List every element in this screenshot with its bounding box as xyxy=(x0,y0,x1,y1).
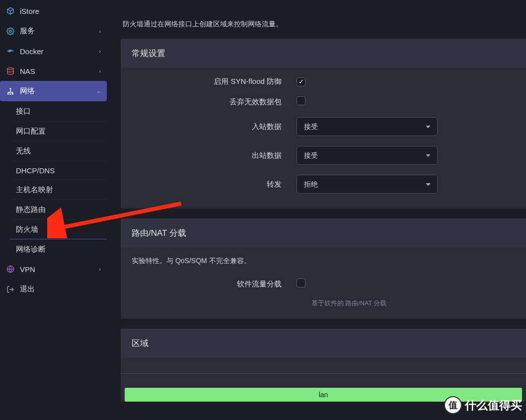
select-forward[interactable]: 拒绝 xyxy=(297,175,438,194)
checkbox-sw-offload[interactable] xyxy=(297,279,305,287)
panel-general: 常规设置 启用 SYN-flood 防御 丢弃无效数据包 入站数据 接受 出站数… xyxy=(121,39,526,209)
main-content: 防火墙通过在网络接口上创建区域来控制网络流量。 常规设置 启用 SYN-floo… xyxy=(107,0,526,420)
subitem-diagnostics[interactable]: 网络诊断 xyxy=(10,239,107,259)
subitem-port-config[interactable]: 网口配置 xyxy=(10,121,107,141)
subitem-firewall[interactable]: 防火墙 xyxy=(10,219,107,239)
panel-header-general: 常规设置 xyxy=(121,39,526,68)
label-sw-offload: 软件流量分载 xyxy=(132,280,297,289)
sitemap-icon xyxy=(6,87,15,96)
gear-icon xyxy=(6,27,15,36)
sidebar: iStore 服务 › Docker › NAS › 网络 ⌄ 接口 网口配置 … xyxy=(0,0,107,420)
subitem-hostnames[interactable]: 主机名映射 xyxy=(10,180,107,200)
network-submenu: 接口 网口配置 无线 DHCP/DNS 主机名映射 静态路由 防火墙 网络诊断 xyxy=(0,101,107,259)
select-output[interactable]: 接受 xyxy=(297,146,438,165)
database-icon xyxy=(6,67,15,75)
sidebar-item-network[interactable]: 网络 ⌄ xyxy=(0,81,107,101)
checkbox-drop-invalid[interactable] xyxy=(297,96,305,105)
select-input[interactable]: 接受 xyxy=(297,117,438,136)
label-input: 入站数据 xyxy=(132,122,297,132)
sidebar-item-logout[interactable]: 退出 xyxy=(0,279,107,299)
sidebar-item-istore[interactable]: iStore xyxy=(0,1,107,21)
chevron-right-icon: › xyxy=(99,68,101,74)
sidebar-item-label: 服务 xyxy=(20,26,35,36)
nat-note: 实验特性。与 QoS/SQM 不完全兼容。 xyxy=(132,257,517,279)
chevron-right-icon: › xyxy=(99,48,101,54)
svg-rect-5 xyxy=(12,93,13,95)
sidebar-item-label: Docker xyxy=(20,47,44,56)
panel-header-zones: 区域 xyxy=(121,329,526,358)
sidebar-item-label: 网络 xyxy=(20,86,35,96)
svg-rect-3 xyxy=(7,93,9,95)
chevron-down-icon: ⌄ xyxy=(96,88,101,94)
sidebar-item-label: NAS xyxy=(20,67,35,75)
subitem-static-routes[interactable]: 静态路由 xyxy=(10,200,107,219)
globe-icon xyxy=(6,265,15,274)
svg-point-1 xyxy=(7,68,13,70)
sidebar-item-label: 退出 xyxy=(20,284,35,294)
sidebar-item-nas[interactable]: NAS › xyxy=(0,61,107,81)
panel-header-nat: 路由/NAT 分载 xyxy=(121,218,526,248)
svg-point-0 xyxy=(9,30,11,32)
panel-zones: 区域 lan xyxy=(121,329,526,402)
watermark-badge-icon: 值 xyxy=(444,396,462,414)
sidebar-item-vpn[interactable]: VPN › xyxy=(0,259,107,279)
subitem-interfaces[interactable]: 接口 xyxy=(10,101,107,121)
logout-icon xyxy=(6,285,15,294)
chevron-right-icon: › xyxy=(99,28,101,34)
label-syn-flood: 启用 SYN-flood 防御 xyxy=(132,77,297,86)
svg-rect-2 xyxy=(10,88,11,89)
label-forward: 转发 xyxy=(132,180,297,189)
label-drop-invalid: 丢弃无效数据包 xyxy=(132,97,297,107)
svg-rect-4 xyxy=(10,93,11,95)
page-description: 防火墙通过在网络接口上创建区域来控制网络流量。 xyxy=(121,0,526,39)
docker-icon xyxy=(6,47,15,56)
panel-nat-offload: 路由/NAT 分载 实验特性。与 QoS/SQM 不完全兼容。 软件流量分载 基… xyxy=(121,218,526,319)
sidebar-item-label: VPN xyxy=(20,265,35,274)
cube-icon xyxy=(6,6,15,15)
watermark: 值 什么值得买 xyxy=(444,396,522,414)
checkbox-syn-flood[interactable] xyxy=(297,77,305,86)
sidebar-item-services[interactable]: 服务 › xyxy=(0,21,107,41)
label-output: 出站数据 xyxy=(132,151,297,160)
sidebar-item-docker[interactable]: Docker › xyxy=(0,41,107,61)
sidebar-item-label: iStore xyxy=(20,7,39,15)
chevron-right-icon: › xyxy=(99,266,101,272)
hint-sw-offload: 基于软件的 路由/NAT 分载 xyxy=(132,299,517,308)
watermark-text: 什么值得买 xyxy=(465,398,522,413)
subitem-dhcp-dns[interactable]: DHCP/DNS xyxy=(10,161,107,180)
subitem-wireless[interactable]: 无线 xyxy=(10,141,107,161)
